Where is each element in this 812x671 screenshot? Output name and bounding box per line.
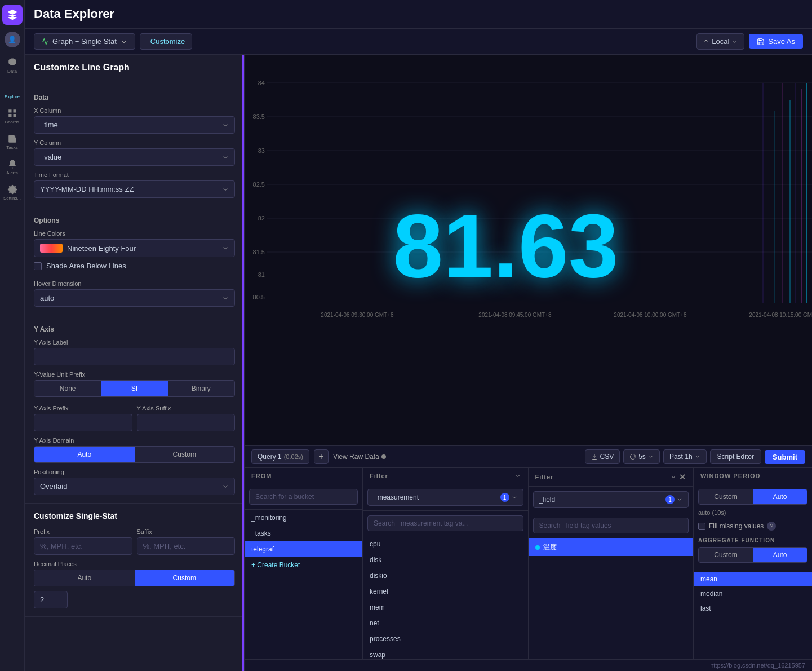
- panel-header-section: Customize Line Graph: [25, 55, 244, 83]
- domain-auto-btn[interactable]: Auto: [34, 447, 135, 462]
- window-auto-text: auto (10s): [698, 509, 807, 516]
- filter1-header-right: [514, 473, 521, 479]
- decimal-auto-btn[interactable]: Auto: [34, 570, 135, 586]
- script-label: Script Editor: [717, 453, 754, 461]
- list-item-diskio[interactable]: diskio: [363, 568, 528, 584]
- filter2-close[interactable]: ✕: [679, 473, 686, 482]
- window-section: Custom Auto auto (10s) Fill missing valu…: [694, 484, 812, 537]
- line-colors-label: Line Colors: [34, 230, 235, 237]
- selected-dot: [535, 545, 540, 550]
- script-editor-button[interactable]: Script Editor: [710, 449, 761, 464]
- y-axis-label-input[interactable]: [34, 348, 235, 365]
- user-avatar[interactable]: 👤: [5, 32, 20, 47]
- agg-auto-btn[interactable]: Auto: [753, 548, 807, 562]
- filter2-search-input[interactable]: [533, 518, 689, 533]
- hover-dimension-label: Hover Dimension: [34, 280, 235, 287]
- sidebar-item-tasks[interactable]: Tasks: [1, 130, 24, 153]
- time-format-value: YYYY-MM-DD HH:mm:ss ZZ: [40, 185, 134, 193]
- list-item-swap[interactable]: swap: [363, 647, 528, 659]
- add-query-button[interactable]: +: [314, 449, 329, 464]
- line-colors-select[interactable]: Nineteen Eighty Four: [34, 239, 235, 257]
- filter1-dropdown-select[interactable]: _measurement 1: [367, 489, 523, 506]
- view-raw-data[interactable]: View Raw Data: [333, 453, 386, 461]
- positioning-select[interactable]: Overlaid: [34, 478, 235, 495]
- agg-function-label: AGGREGATE FUNCTION: [698, 537, 807, 544]
- toolbar: Graph + Single Stat Customize Local Save…: [25, 29, 812, 55]
- filter1-search-box: [363, 511, 528, 536]
- shade-checkbox[interactable]: [34, 262, 42, 270]
- y-suffix-input[interactable]: [137, 414, 236, 431]
- list-item-net[interactable]: net: [363, 615, 528, 631]
- agg-item-mean[interactable]: mean: [694, 572, 812, 586]
- customize-button[interactable]: Customize: [140, 33, 192, 50]
- prefix-input[interactable]: [34, 537, 132, 555]
- sidebar-item-boards[interactable]: Boards: [1, 105, 24, 128]
- filter2-dropdown-select[interactable]: _field 1: [533, 491, 689, 508]
- decimal-value-input[interactable]: [34, 591, 68, 608]
- agg-item-last[interactable]: last: [694, 601, 812, 616]
- app-logo[interactable]: [2, 5, 23, 25]
- list-item-kernel[interactable]: kernel: [363, 584, 528, 599]
- y-axis-section: Y Axis Y Axis Label Y-Value Unit Prefix …: [25, 315, 244, 504]
- filter2-badge: 1: [665, 495, 675, 504]
- save-button[interactable]: Save As: [749, 34, 803, 49]
- decimal-custom-btn[interactable]: Custom: [135, 570, 235, 586]
- sidebar-tasks-label: Tasks: [6, 145, 17, 150]
- x-column-select[interactable]: _time: [34, 116, 235, 134]
- time-format-select[interactable]: YYYY-MM-DD HH:mm:ss ZZ: [34, 180, 235, 198]
- list-item-telegraf[interactable]: telegraf: [245, 541, 362, 557]
- submit-button[interactable]: Submit: [765, 450, 805, 464]
- filter1-label: Filter: [370, 473, 388, 479]
- hover-select[interactable]: auto: [34, 289, 235, 307]
- domain-custom-btn[interactable]: Custom: [135, 447, 235, 462]
- list-item-processes[interactable]: processes: [363, 631, 528, 647]
- filter1-search-input[interactable]: [367, 515, 523, 531]
- list-item[interactable]: _tasks: [245, 526, 362, 541]
- y-column-value: _value: [40, 153, 61, 161]
- sidebar-item-alerts[interactable]: Alerts: [1, 156, 24, 179]
- csv-button[interactable]: CSV: [585, 449, 620, 464]
- list-item-mem[interactable]: mem: [363, 599, 528, 615]
- agg-btn-group: Custom Auto: [698, 547, 807, 563]
- unit-si-btn[interactable]: SI: [101, 381, 167, 396]
- page-header: Data Explorer: [25, 0, 812, 29]
- filter2-dropdown: _field 1: [529, 487, 694, 513]
- decimal-btn-group: Auto Custom: [34, 570, 235, 586]
- create-bucket-button[interactable]: + Create Bucket: [245, 557, 362, 573]
- y-column-select[interactable]: _value: [34, 148, 235, 166]
- shade-checkbox-row: Shade Area Below Lines: [34, 257, 235, 275]
- suffix-input[interactable]: [137, 537, 236, 555]
- list-item-cpu[interactable]: cpu: [363, 536, 528, 552]
- range-label: Past 1h: [669, 453, 693, 461]
- single-stat-title: Customize Single-Stat: [34, 511, 235, 520]
- refresh-dropdown[interactable]: 5s: [623, 449, 660, 464]
- y-prefix-input[interactable]: [34, 414, 132, 431]
- sidebar-item-data[interactable]: Data: [1, 54, 24, 77]
- svg-text:2021-04-08 09:45:00 GMT+8: 2021-04-08 09:45:00 GMT+8: [478, 312, 552, 318]
- unit-none-btn[interactable]: None: [34, 381, 101, 396]
- help-icon[interactable]: ?: [767, 522, 776, 531]
- list-item-temperature[interactable]: 温度: [529, 538, 694, 556]
- bucket-search-input[interactable]: [249, 489, 358, 505]
- save-label: Save As: [768, 37, 795, 46]
- view-raw-label: View Raw Data: [333, 453, 379, 461]
- time-zone-dropdown[interactable]: Local: [696, 33, 744, 50]
- main-area: Data Explorer Graph + Single Stat Custom…: [25, 0, 812, 671]
- window-auto-btn[interactable]: Auto: [753, 489, 807, 504]
- unit-binary-btn[interactable]: Binary: [168, 381, 234, 396]
- sidebar-item-explore[interactable]: Explore: [1, 80, 24, 103]
- domain-btn-group: Auto Custom: [34, 446, 235, 463]
- query-tab[interactable]: Query 1 (0.02s): [251, 449, 309, 464]
- time-range-dropdown[interactable]: Past 1h: [663, 449, 707, 464]
- fill-missing-checkbox[interactable]: [698, 523, 705, 530]
- view-type-dropdown[interactable]: Graph + Single Stat: [34, 33, 135, 50]
- page-title: Data Explorer: [34, 7, 803, 21]
- window-custom-btn[interactable]: Custom: [699, 489, 753, 504]
- list-item-disk[interactable]: disk: [363, 552, 528, 568]
- filter1-dropdown: _measurement 1: [363, 484, 528, 511]
- agg-item-median[interactable]: median: [694, 586, 812, 601]
- big-number-display: 81.63: [393, 201, 618, 291]
- sidebar-item-settings[interactable]: Settins...: [1, 181, 24, 204]
- list-item[interactable]: _monitoring: [245, 510, 362, 526]
- agg-custom-btn[interactable]: Custom: [699, 548, 753, 562]
